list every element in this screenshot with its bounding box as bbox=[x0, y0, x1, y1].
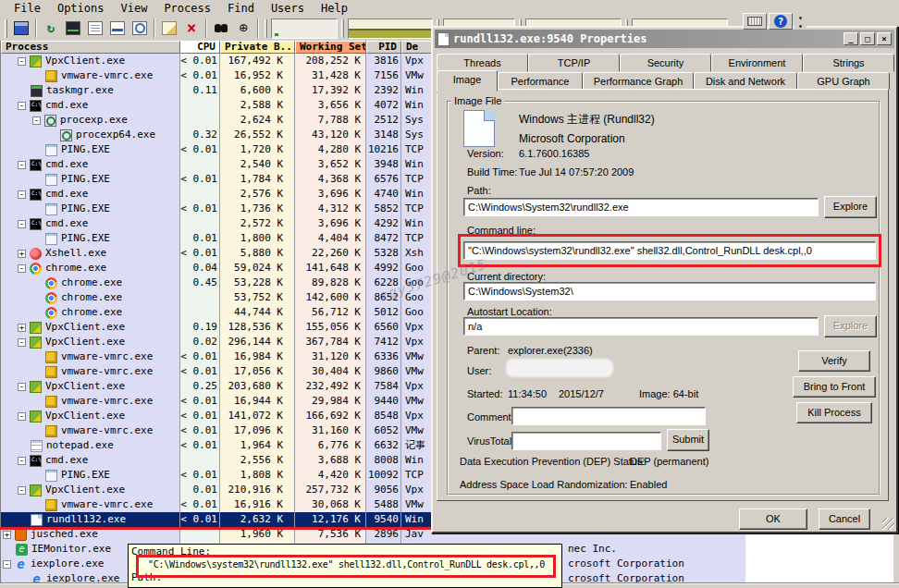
column-header-pid[interactable]: PID bbox=[366, 41, 401, 54]
process-name: IEMonitor.exe bbox=[31, 542, 111, 557]
collapse-icon[interactable]: - bbox=[18, 57, 26, 66]
menu-item-options[interactable]: Options bbox=[49, 1, 113, 16]
view-dlls-button[interactable] bbox=[129, 18, 151, 39]
collapse-icon[interactable]: - bbox=[18, 264, 26, 273]
maximize-button[interactable]: □ bbox=[860, 32, 875, 45]
tab-performance[interactable]: Performance bbox=[498, 72, 583, 90]
toolbar-grip[interactable] bbox=[265, 19, 267, 38]
java-icon bbox=[15, 529, 27, 541]
collapse-icon[interactable]: - bbox=[18, 486, 26, 495]
working-set-cell: 56,712 K bbox=[295, 305, 366, 320]
menu-item-users[interactable]: Users bbox=[263, 1, 313, 16]
menu-item-file[interactable]: File bbox=[6, 1, 49, 16]
cpu-cell: < 0.01 bbox=[180, 364, 220, 379]
collapse-icon[interactable]: - bbox=[18, 338, 26, 347]
find-handle-button[interactable] bbox=[210, 18, 232, 39]
column-header-tree[interactable]: Process bbox=[1, 41, 180, 54]
path-field[interactable]: C:\Windows\System32\rundll32.exe bbox=[463, 198, 819, 216]
collapse-icon[interactable]: - bbox=[18, 190, 26, 199]
close-button[interactable]: × bbox=[877, 32, 892, 45]
verify-button[interactable]: Verify bbox=[798, 350, 870, 372]
tab-performance-graph[interactable]: Performance Graph bbox=[583, 72, 694, 90]
kill-process-button[interactable]: Kill Process bbox=[796, 402, 872, 423]
keyboard-button[interactable] bbox=[743, 13, 767, 30]
toolbar-separator bbox=[35, 19, 37, 38]
bring-to-front-button[interactable]: Bring to Front bbox=[793, 376, 876, 398]
tab-security[interactable]: Security bbox=[620, 54, 711, 72]
procexp-icon bbox=[60, 129, 72, 141]
expand-icon[interactable]: + bbox=[18, 324, 26, 332]
expand-icon[interactable]: + bbox=[18, 250, 26, 258]
show-process-tree-button[interactable] bbox=[84, 18, 106, 39]
virustotal-field[interactable] bbox=[511, 432, 661, 450]
pid-cell: 2512 bbox=[366, 113, 401, 128]
find-window-button[interactable] bbox=[232, 18, 254, 39]
show-lower-pane-button[interactable] bbox=[106, 18, 129, 39]
column-header-cpu[interactable]: CPU bbox=[180, 41, 220, 54]
toolbar-overflow-button[interactable]: ▾▾ bbox=[794, 15, 807, 29]
help-button[interactable]: ? bbox=[769, 13, 793, 30]
explore-button[interactable]: Explore bbox=[824, 196, 877, 218]
tab-gpu-graph[interactable]: GPU Graph bbox=[797, 72, 890, 90]
dialog-titlebar[interactable]: rundll132.exe:9540 Properties _ □ × bbox=[435, 30, 894, 48]
menu-item-view[interactable]: View bbox=[112, 1, 155, 16]
pid-cell: 4740 bbox=[366, 187, 401, 202]
cancel-button[interactable]: Cancel bbox=[819, 508, 870, 530]
working-set-cell: 142,600 K bbox=[295, 290, 366, 305]
expand-icon[interactable]: + bbox=[3, 531, 11, 539]
column-header-priv[interactable]: Private B... bbox=[220, 41, 295, 54]
collapse-icon[interactable]: - bbox=[18, 102, 26, 110]
pid-cell: 3948 bbox=[366, 157, 401, 172]
column-header-work[interactable]: Working Set bbox=[295, 41, 366, 54]
private-bytes-cell: 2,540 K bbox=[220, 157, 295, 172]
private-bytes-cell: 17,056 K bbox=[220, 364, 295, 379]
private-bytes-cell: 1,800 K bbox=[220, 231, 295, 246]
minimize-button[interactable]: _ bbox=[844, 32, 858, 45]
kill-process-button[interactable] bbox=[180, 18, 203, 39]
pid-cell: 5328 bbox=[366, 246, 401, 261]
collapse-icon[interactable]: - bbox=[32, 116, 41, 125]
collapse-icon[interactable]: - bbox=[3, 560, 11, 569]
process-name: PING.EXE bbox=[61, 202, 110, 216]
tab-tcp-ip[interactable]: TCP/IP bbox=[528, 54, 620, 72]
collapse-icon[interactable]: - bbox=[18, 220, 26, 228]
resize-grip[interactable] bbox=[882, 518, 894, 530]
document-icon bbox=[437, 32, 450, 46]
autostart-location-field[interactable]: n/a bbox=[463, 317, 819, 336]
submit-button[interactable]: Submit bbox=[667, 429, 709, 451]
tab-strings[interactable]: Strings bbox=[803, 54, 894, 72]
system-information-button[interactable] bbox=[62, 18, 84, 39]
explore-autostart-button: Explore bbox=[824, 315, 877, 337]
pid-cell: 4292 bbox=[366, 216, 401, 231]
tab-image[interactable]: Image bbox=[437, 70, 498, 92]
collapse-icon[interactable]: - bbox=[18, 412, 26, 421]
properties-button[interactable] bbox=[158, 18, 180, 39]
ok-button[interactable]: OK bbox=[739, 508, 807, 530]
tab-environment[interactable]: Environment bbox=[711, 54, 803, 72]
comment-field[interactable] bbox=[511, 407, 706, 425]
tab-threads[interactable]: Threads bbox=[437, 54, 528, 72]
working-set-cell: 3,688 K bbox=[295, 453, 366, 468]
cpu-cell bbox=[180, 216, 220, 231]
toolbar-grip[interactable] bbox=[5, 19, 7, 38]
refresh-icon bbox=[43, 21, 58, 35]
toolbar-grip[interactable] bbox=[341, 19, 344, 38]
collapse-icon[interactable]: - bbox=[18, 161, 26, 169]
image-bits: Image: 64-bit bbox=[639, 388, 698, 399]
commit-history-graph[interactable] bbox=[348, 18, 433, 39]
menu-item-find[interactable]: Find bbox=[219, 1, 263, 16]
menu-item-process[interactable]: Process bbox=[155, 1, 219, 16]
menu-item-help[interactable]: Help bbox=[313, 1, 356, 16]
collapse-icon[interactable]: - bbox=[18, 457, 26, 465]
current-directory-field[interactable]: C:\Windows\System32\ bbox=[463, 282, 876, 300]
tab-disk-and-network[interactable]: Disk and Network bbox=[694, 72, 797, 90]
collapse-icon[interactable]: - bbox=[18, 383, 26, 391]
save-button[interactable] bbox=[10, 18, 32, 39]
cpu-cell: < 0.01 bbox=[180, 349, 220, 364]
cpu-usage-graph[interactable] bbox=[271, 18, 338, 39]
vpx-icon bbox=[30, 484, 42, 496]
refresh-button[interactable] bbox=[40, 18, 62, 39]
pid-cell: 4992 bbox=[366, 261, 401, 276]
process-name: chrome.exe bbox=[45, 261, 106, 276]
pid-cell: 3148 bbox=[366, 128, 401, 142]
